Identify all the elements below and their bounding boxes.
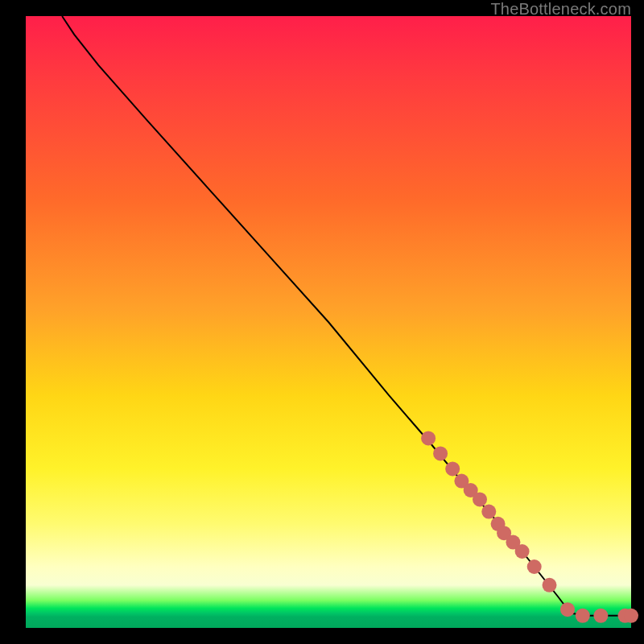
plot-area (26, 16, 631, 628)
chart-container: TheBottleneck.com (0, 0, 644, 644)
data-point (593, 609, 608, 623)
data-point (576, 609, 590, 623)
bottleneck-curve (62, 16, 631, 616)
data-point (624, 609, 638, 623)
data-point (433, 446, 448, 460)
data-point (473, 492, 487, 506)
data-point (445, 461, 460, 476)
data-point (515, 544, 530, 559)
chart-svg (26, 16, 631, 628)
data-point (560, 602, 575, 617)
dot-group (421, 431, 638, 622)
data-point (481, 505, 496, 519)
data-point (543, 578, 557, 592)
data-point (527, 559, 542, 574)
data-point (421, 431, 436, 445)
